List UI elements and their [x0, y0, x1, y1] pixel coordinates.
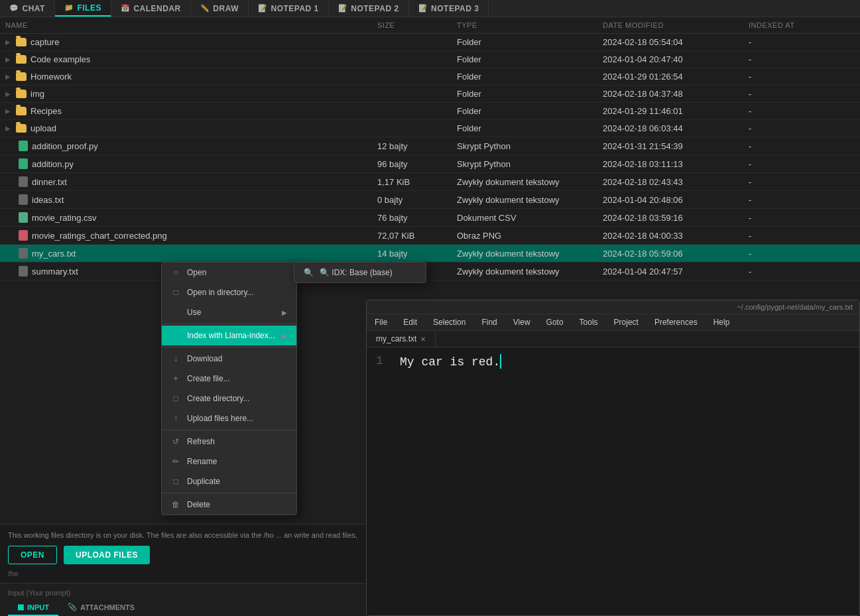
editor-menu-tools[interactable]: Tools: [572, 314, 606, 330]
editor-menu-project[interactable]: Project: [606, 314, 646, 330]
files-icon: 📁: [64, 3, 74, 12]
ctx-use[interactable]: Use ▶: [162, 302, 296, 322]
tab-files[interactable]: 📁 FILES: [55, 0, 111, 17]
ctx-upload-files[interactable]: ↑ Upload files here...: [162, 408, 296, 428]
upload-files-button[interactable]: UPLOAD FILES: [64, 546, 150, 564]
file-row[interactable]: dinner.txt 1,17 KiB Zwykły dokument teks…: [0, 173, 860, 191]
file-table-header: NAME SIZE TYPE DATE MODIFIED INDEXED AT: [0, 17, 860, 34]
ctx-duplicate[interactable]: □ Duplicate: [162, 471, 296, 491]
use-arrow-icon: ▶: [282, 309, 287, 316]
ctx-delete[interactable]: 🗑 Delete: [162, 495, 296, 515]
ctx-create-file[interactable]: + Create file...: [162, 369, 296, 389]
delete-icon: 🗑: [171, 500, 180, 509]
ctx-open-in-directory[interactable]: □ Open in directory...: [162, 282, 296, 302]
editor-menu-view[interactable]: View: [505, 314, 538, 330]
context-menu: ○ Open □ Open in directory... Use ▶ Inde…: [161, 262, 297, 515]
tab-notepad1[interactable]: 📝 NOTEPAD 1: [249, 0, 329, 17]
chat-icon: 💬: [9, 4, 19, 13]
editor-menu-selection[interactable]: Selection: [425, 314, 473, 330]
open-button[interactable]: OPEN: [8, 546, 57, 564]
file-row[interactable]: ▶img Folder 2024-02-18 04:37:48 -: [0, 86, 860, 103]
tab-calendar[interactable]: 📅 CALENDAR: [111, 0, 191, 17]
create-file-icon: +: [171, 374, 180, 383]
editor-menu-file[interactable]: File: [367, 314, 395, 330]
open-icon: ○: [171, 268, 180, 277]
tab-notepad2[interactable]: 📝 NOTEPAD 2: [329, 0, 409, 17]
file-row[interactable]: ▶Code examples Folder 2024-01-04 20:47:4…: [0, 51, 860, 68]
ctx-refresh[interactable]: ↺ Refresh: [162, 432, 296, 452]
editor-menu-preferences[interactable]: Preferences: [646, 314, 706, 330]
notepad2-icon: 📝: [338, 4, 348, 13]
sub-menu: 🔍 🔍 IDX: Base (base): [294, 262, 426, 283]
file-row[interactable]: ▶upload Folder 2024-02-18 06:03:44 -: [0, 120, 860, 137]
tab-attachments[interactable]: 📎 ATTACHMENTS: [58, 599, 144, 616]
tab-input[interactable]: ▦ INPUT: [8, 599, 58, 616]
tab-chat[interactable]: 💬 CHAT: [0, 0, 55, 17]
tab-bar: 💬 CHAT 📁 FILES 📅 CALENDAR ✏️ DRAW 📝 NOTE…: [0, 0, 860, 17]
ctx-rename[interactable]: ✏ Rename: [162, 452, 296, 471]
editor-line: 1 My car is red.: [376, 354, 850, 369]
ctx-create-directory[interactable]: □ Create directory...: [162, 389, 296, 408]
upload-icon: ↑: [171, 414, 180, 423]
editor-menu-goto[interactable]: Goto: [538, 314, 572, 330]
editor-menu-find[interactable]: Find: [473, 314, 505, 330]
editor-title-bar: ~/.config/pygpt-net/data/my_cars.txt: [367, 300, 859, 314]
duplicate-icon: □: [171, 477, 180, 486]
open-dir-icon: □: [171, 288, 180, 297]
refresh-icon: ↺: [171, 437, 180, 446]
notepad1-icon: 📝: [258, 4, 268, 13]
input-tab-icon: ▦: [17, 603, 24, 611]
editor-menu-help[interactable]: Help: [706, 314, 738, 330]
editor-menu-bar: File Edit Selection Find View Goto Tools…: [367, 314, 859, 331]
ctx-download[interactable]: ↓ Download: [162, 349, 296, 369]
attachments-tab-icon: 📎: [68, 603, 77, 611]
notepad3-icon: 📝: [418, 4, 428, 13]
index-arrow-icon: ▶: [282, 332, 287, 339]
file-row[interactable]: movie_ratings_chart_corrected.png 72,07 …: [0, 227, 860, 245]
editor-menu-edit[interactable]: Edit: [395, 314, 425, 330]
search-icon: 🔍: [304, 268, 313, 277]
ctx-open[interactable]: ○ Open: [162, 263, 296, 282]
file-row[interactable]: ideas.txt 0 bajty Zwykły dokument teksto…: [0, 191, 860, 209]
download-icon: ↓: [171, 354, 180, 363]
editor-tab-close[interactable]: ✕: [420, 336, 426, 343]
sub-search: 🔍 🔍 IDX: Base (base): [294, 263, 426, 282]
file-row[interactable]: movie_rating.csv 76 bajty Dokument CSV 2…: [0, 209, 860, 227]
file-row[interactable]: ▶capture Folder 2024-02-18 05:54:04 -: [0, 34, 860, 51]
rename-icon: ✏: [171, 457, 180, 466]
draw-icon: ✏️: [200, 4, 210, 13]
editor-tab[interactable]: my_cars.txt ✕: [367, 331, 436, 347]
editor-content[interactable]: 1 My car is red.: [367, 347, 859, 615]
ctx-index-llama[interactable]: Index with Llama-index... ▶: [162, 326, 296, 345]
editor-panel: ~/.config/pygpt-net/data/my_cars.txt Fil…: [366, 300, 860, 616]
file-row[interactable]: ▶Recipes Folder 2024-01-29 11:46:01 -: [0, 103, 860, 120]
file-row[interactable]: addition_proof.py 12 bajty Skrypt Python…: [0, 137, 860, 155]
tab-draw[interactable]: ✏️ DRAW: [191, 0, 249, 17]
tab-notepad3[interactable]: 📝 NOTEPAD 3: [409, 0, 489, 17]
create-dir-icon: □: [171, 394, 180, 403]
file-row[interactable]: ▶Homework Folder 2024-01-29 01:26:54 -: [0, 68, 860, 86]
file-row-selected[interactable]: my_cars.txt 14 bajty Zwykły dokument tek…: [0, 245, 860, 263]
file-row[interactable]: summary.txt 0 bajty Zwykły dokument teks…: [0, 263, 860, 280]
editor-tabs: my_cars.txt ✕: [367, 331, 859, 347]
file-row[interactable]: addition.py 96 bajty Skrypt Python 2024-…: [0, 155, 860, 173]
calendar-icon: 📅: [121, 4, 131, 13]
